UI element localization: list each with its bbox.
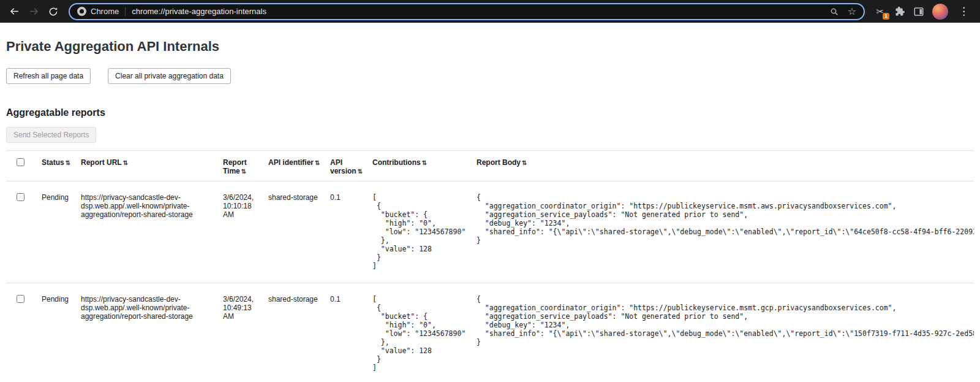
- profile-avatar[interactable]: [932, 4, 948, 20]
- send-selected-button[interactable]: Send Selected Reports: [6, 127, 96, 143]
- toolbar-actions: ✂ 1 ⋮: [871, 4, 975, 20]
- column-header-report-body[interactable]: Report Body⇅: [477, 151, 974, 181]
- contributions-json: [ { "bucket": { "high": "0", "low": "123…: [372, 193, 470, 270]
- report-body-json: { "aggregation_coordinator_origin": "htt…: [477, 193, 968, 245]
- report-url-cell: https://privacy-sandcastle-dev-dsp.web.a…: [81, 181, 223, 283]
- api-identifier-cell: shared-storage: [268, 283, 330, 382]
- contributions-json: [ { "bucket": { "high": "0", "low": "123…: [372, 295, 470, 372]
- report-time-cell: 3/6/2024, 10:49:13 AM: [223, 283, 268, 382]
- sort-icon: ⇅: [66, 159, 70, 166]
- report-row: Pending https://privacy-sandcastle-dev-d…: [6, 181, 974, 283]
- back-arrow-icon: [9, 6, 20, 17]
- url-text: chrome://private-aggregation-internals: [132, 7, 823, 16]
- page-content: Private Aggregation API Internals Refres…: [0, 39, 980, 382]
- scissors-extension-icon[interactable]: ✂ 1: [873, 5, 887, 18]
- clear-all-button[interactable]: Clear all private aggregation data: [108, 68, 231, 84]
- column-header-contributions[interactable]: Contributions⇅: [372, 151, 477, 181]
- table-header-row: Status⇅ Report URL⇅ Report Time⇅ API ide…: [6, 151, 974, 181]
- extensions-puzzle-icon[interactable]: [895, 6, 905, 17]
- refresh-all-button[interactable]: Refresh all page data: [6, 68, 91, 84]
- page-title: Private Aggregation API Internals: [6, 39, 974, 55]
- reports-table: Status⇅ Report URL⇅ Report Time⇅ API ide…: [6, 150, 974, 382]
- api-version-cell: 0.1: [330, 283, 372, 382]
- contributions-cell: [ { "bucket": { "high": "0", "low": "123…: [372, 283, 477, 382]
- column-label: Contributions: [372, 158, 421, 167]
- bookmark-star-icon[interactable]: ☆: [848, 7, 856, 17]
- row-checkbox-cell: [6, 283, 42, 382]
- reload-button[interactable]: [44, 2, 62, 21]
- report-body-json: { "aggregation_coordinator_origin": "htt…: [477, 295, 968, 346]
- report-time-cell: 3/6/2024, 10:10:18 AM: [223, 181, 268, 283]
- page-controls: Refresh all page data Clear all private …: [6, 68, 974, 84]
- search-icon[interactable]: [829, 7, 839, 17]
- column-header-api-identifier[interactable]: API identifier⇅: [268, 151, 330, 181]
- chrome-logo-icon: [77, 7, 86, 16]
- column-label: Report URL: [81, 158, 122, 167]
- row-checkbox[interactable]: [17, 295, 24, 303]
- site-chip-label: Chrome: [91, 7, 119, 16]
- browser-toolbar: Chrome chrome://private-aggregation-inte…: [0, 0, 980, 23]
- forward-button[interactable]: [24, 2, 43, 21]
- sort-icon: ⇅: [241, 168, 246, 175]
- column-label: Report Body: [477, 158, 521, 167]
- browser-menu-icon[interactable]: ⋮: [956, 6, 971, 17]
- contributions-cell: [ { "bucket": { "high": "0", "low": "123…: [372, 181, 477, 283]
- select-all-header-cell: [6, 151, 42, 181]
- status-cell: Pending: [42, 181, 81, 283]
- select-all-checkbox[interactable]: [17, 158, 24, 166]
- report-row: Pending https://privacy-sandcastle-dev-d…: [6, 283, 974, 382]
- section-heading: Aggregatable reports: [6, 107, 974, 118]
- column-label: Status: [42, 158, 64, 167]
- api-identifier-cell: shared-storage: [268, 181, 330, 283]
- chip-separator: [125, 7, 126, 16]
- column-header-api-version[interactable]: API version⇅: [330, 151, 372, 181]
- sort-icon: ⇅: [522, 159, 527, 166]
- column-header-report-time[interactable]: Report Time⇅: [223, 151, 268, 181]
- report-body-cell: { "aggregation_coordinator_origin": "htt…: [477, 181, 974, 283]
- report-url-cell: https://privacy-sandcastle-dev-dsp.web.a…: [81, 283, 223, 382]
- forward-arrow-icon: [28, 6, 40, 17]
- column-header-report-url[interactable]: Report URL⇅: [81, 151, 223, 181]
- address-bar[interactable]: Chrome chrome://private-aggregation-inte…: [69, 3, 865, 20]
- extension-badge: 1: [883, 13, 889, 20]
- column-label: API version: [330, 158, 356, 175]
- side-panel-icon[interactable]: [913, 6, 924, 17]
- status-cell: Pending: [42, 283, 81, 382]
- row-checkbox-cell: [6, 181, 42, 283]
- sort-icon: ⇅: [358, 168, 363, 175]
- sort-icon: ⇅: [123, 159, 128, 166]
- column-header-status[interactable]: Status⇅: [42, 151, 81, 181]
- sort-icon: ⇅: [315, 159, 320, 166]
- sort-icon: ⇅: [422, 159, 427, 166]
- api-version-cell: 0.1: [330, 181, 372, 283]
- reload-icon: [48, 6, 59, 17]
- back-button[interactable]: [5, 2, 23, 21]
- column-label: API identifier: [268, 158, 314, 167]
- row-checkbox[interactable]: [17, 193, 24, 201]
- report-body-cell: { "aggregation_coordinator_origin": "htt…: [477, 283, 974, 382]
